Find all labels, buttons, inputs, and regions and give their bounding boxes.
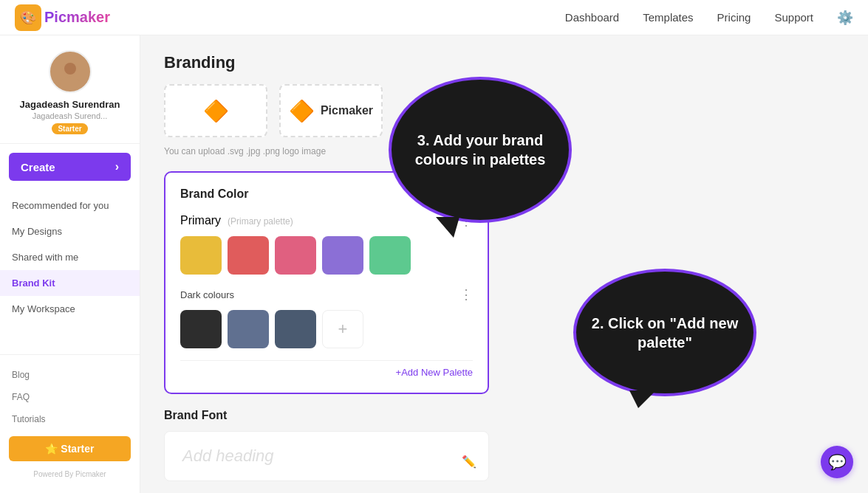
swatch-dark1[interactable] xyxy=(180,310,222,348)
avatar xyxy=(49,50,92,93)
sidebar-footer-tutorials[interactable]: Tutorials xyxy=(0,408,140,430)
logo-box-picmaker[interactable]: 🔶 Picmaker xyxy=(279,84,383,137)
brand-font-section: Brand Font Add heading ✏️ xyxy=(164,409,844,481)
nav-pricing[interactable]: Pricing xyxy=(717,11,751,24)
tooltip-bubble-1: 3. Add your brand colours in palettes xyxy=(392,80,569,220)
dark-palette-section: Dark colours ⋮ + xyxy=(180,286,473,348)
logo-default-icon: 🔶 xyxy=(203,99,229,123)
font-placeholder: Add heading xyxy=(182,447,274,465)
chat-button[interactable]: 💬 xyxy=(821,446,853,478)
starter-button[interactable]: ⭐ Starter xyxy=(9,436,131,461)
swatch-dark3[interactable] xyxy=(275,310,316,348)
swatch-yellow[interactable] xyxy=(180,236,222,275)
user-section: Jagadeash Surendran Jagadeash Surend... … xyxy=(0,35,140,144)
logo-icon: 🎨 xyxy=(15,4,41,31)
sidebar-footer: Blog FAQ Tutorials ⭐ Starter Powered By … xyxy=(0,354,140,493)
user-name: Jagadeash Surendran xyxy=(20,99,120,110)
gear-icon[interactable]: ⚙️ xyxy=(837,10,853,26)
logo-picmaker-text: Picmaker xyxy=(321,104,373,117)
font-box[interactable]: Add heading ✏️ xyxy=(164,431,489,481)
starter-badge: Starter xyxy=(52,123,87,134)
swatch-add[interactable]: + xyxy=(322,310,363,348)
nav-templates[interactable]: Templates xyxy=(643,11,693,24)
dark-palette-name: Dark colours xyxy=(180,289,234,300)
svg-point-2 xyxy=(64,63,76,75)
main-layout: Jagadeash Surendran Jagadeash Surend... … xyxy=(0,35,868,493)
primary-palette-label: (Primary palette) xyxy=(228,216,293,227)
svg-point-1 xyxy=(60,77,81,86)
tooltip-2-text: 2. Click on "Add new palette" xyxy=(591,314,739,352)
logo-text: Picmaker xyxy=(44,9,110,26)
dark-palette-header: Dark colours ⋮ xyxy=(180,286,473,303)
edit-icon[interactable]: ✏️ xyxy=(462,455,476,469)
swatch-green[interactable] xyxy=(369,236,411,275)
sidebar-item-shared[interactable]: Shared with me xyxy=(0,244,140,270)
user-email: Jagadeash Surend... xyxy=(33,111,108,120)
tooltip-bubble-2: 2. Click on "Add new palette" xyxy=(576,272,753,393)
brand-font-title: Brand Font xyxy=(164,409,844,422)
dark-color-swatches: + xyxy=(180,310,473,348)
page-title: Branding xyxy=(164,53,844,72)
sidebar-item-workspace[interactable]: My Workspace xyxy=(0,296,140,322)
logo[interactable]: 🎨 Picmaker xyxy=(15,4,110,31)
logo-box-default[interactable]: 🔶 xyxy=(164,84,267,137)
sidebar: Jagadeash Surendran Jagadeash Surend... … xyxy=(0,35,140,493)
primary-palette-header: Primary (Primary palette) ⋮ xyxy=(180,213,473,229)
powered-by: Powered By Picmaker xyxy=(0,467,140,484)
sidebar-item-brand-kit[interactable]: Brand Kit xyxy=(0,270,140,296)
create-button[interactable]: Create › xyxy=(9,153,131,181)
primary-color-swatches xyxy=(180,236,473,275)
main-nav: Dashboard Templates Pricing Support ⚙️ xyxy=(565,10,853,26)
sidebar-nav: Recommended for you My Designs Shared wi… xyxy=(0,187,140,328)
nav-support[interactable]: Support xyxy=(774,11,813,24)
chat-icon: 💬 xyxy=(828,453,847,471)
create-label: Create xyxy=(21,161,55,173)
main-content: Branding 🔶 🔶 Picmaker You can upload .sv… xyxy=(140,35,868,493)
swatch-red[interactable] xyxy=(228,236,269,275)
add-new-palette[interactable]: +Add New Palette xyxy=(180,360,473,378)
dark-palette-more-icon[interactable]: ⋮ xyxy=(459,286,473,303)
swatch-pink[interactable] xyxy=(275,236,316,275)
sidebar-item-recommended[interactable]: Recommended for you xyxy=(0,193,140,218)
chevron-right-icon: › xyxy=(115,160,119,173)
sidebar-item-my-designs[interactable]: My Designs xyxy=(0,218,140,244)
primary-palette-name: Primary (Primary palette) xyxy=(180,214,293,227)
primary-palette-section: Primary (Primary palette) ⋮ xyxy=(180,213,473,275)
sidebar-footer-faq[interactable]: FAQ xyxy=(0,386,140,408)
tooltip-1-text: 3. Add your brand colours in palettes xyxy=(406,131,554,169)
sidebar-footer-blog[interactable]: Blog xyxy=(0,364,140,386)
nav-dashboard[interactable]: Dashboard xyxy=(565,11,619,24)
swatch-dark2[interactable] xyxy=(228,310,269,348)
logo-picmaker-icon: 🔶 xyxy=(289,99,315,123)
swatch-purple[interactable] xyxy=(322,236,363,275)
header: 🎨 Picmaker Dashboard Templates Pricing S… xyxy=(0,0,868,35)
